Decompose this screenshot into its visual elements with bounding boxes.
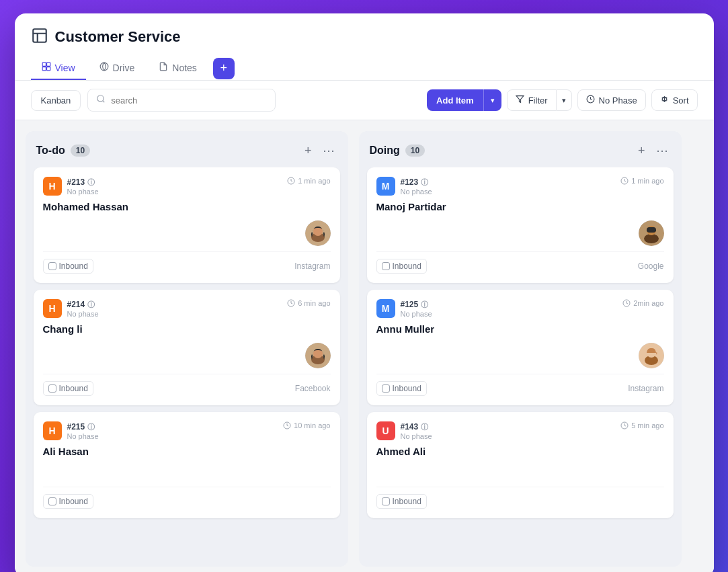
avatar-123: M [376,177,395,196]
search-input[interactable] [111,95,267,106]
card-214-time: 6 min ago [287,299,330,307]
tab-view[interactable]: View [31,56,86,80]
card-123-time: 1 min ago [620,177,663,185]
card-123[interactable]: M #123 ⓘ No phase [367,167,674,283]
card-125-name: Annu Muller [376,323,664,335]
avatar-213: H [43,177,62,196]
card-214-name: Chang li [43,323,331,335]
filter-icon [516,95,524,106]
add-tab-button[interactable]: + [213,58,235,79]
column-doing-menu-button[interactable]: ⋯ [653,142,671,159]
table-icon [31,27,48,47]
card-213-assignee [305,220,331,246]
svg-line-9 [103,101,105,103]
card-125-phase: No phase [401,310,432,318]
svg-point-8 [97,95,104,101]
phase-icon [586,95,595,106]
card-123-source: Google [638,261,664,271]
avatar-215: H [43,421,62,440]
column-todo-add-button[interactable]: + [302,142,315,159]
info-icon: ⓘ [421,177,428,188]
card-215-id: #215 ⓘ [67,422,99,432]
card-125-time: 2min ago [622,299,663,307]
card-214-tag: Inbound [43,381,93,396]
column-doing: Doing 10 + ⋯ M [359,131,682,567]
column-doing-title: Doing [370,145,400,157]
todo-cards-list: H #213 ⓘ No phase [26,167,348,529]
card-213-time: 1 min ago [287,177,330,185]
card-125-assignee [639,343,664,368]
svg-point-7 [100,63,108,71]
card-215-name: Ali Hasan [43,446,331,457]
add-item-chevron-icon: ▾ [484,91,501,110]
kanban-button[interactable]: Kanban [31,90,81,111]
tag-icon [382,384,390,393]
sort-icon [660,95,669,106]
card-143-id: #143 ⓘ [401,422,432,432]
drive-icon [99,62,109,73]
card-125-source: Instagram [628,384,663,393]
column-doing-count: 10 [405,145,425,157]
card-143-time: 5 min ago [620,421,663,430]
info-icon: ⓘ [87,422,95,432]
card-123-phase: No phase [401,188,432,196]
card-213[interactable]: H #213 ⓘ No phase [34,167,340,283]
card-213-tag: Inbound [43,259,93,274]
card-213-source: Instagram [294,261,330,271]
search-box [87,89,276,112]
card-215-phase: No phase [67,432,99,440]
filter-group: Filter ▾ [507,89,572,111]
svg-point-26 [644,234,659,243]
card-125[interactable]: M #125 ⓘ No phase [367,290,674,405]
tab-notes[interactable]: Notes [148,56,208,80]
column-todo-menu-button[interactable]: ⋯ [320,142,337,159]
no-phase-button[interactable]: No Phase [577,89,646,111]
svg-rect-3 [42,63,46,66]
card-215-time: 10 min ago [283,421,330,430]
card-213-id: #213 ⓘ [67,177,99,188]
card-214[interactable]: H #214 ⓘ No phase [34,290,340,405]
svg-rect-4 [46,63,50,66]
svg-rect-5 [42,67,46,71]
card-213-name: Mohamed Hassan [43,201,331,212]
doing-cards-list: M #123 ⓘ No phase [359,167,682,529]
card-143-name: Ahmed Ali [376,446,664,457]
svg-rect-6 [46,67,50,71]
card-125-tag: Inbound [376,381,427,396]
kanban-board: To-do 10 + ⋯ H [15,120,714,572]
tag-icon [382,497,390,505]
column-todo-count: 10 [71,145,90,157]
info-icon: ⓘ [87,177,95,188]
sort-button[interactable]: Sort [651,89,698,111]
column-doing-add-button[interactable]: + [635,142,648,159]
avatar-214: H [43,299,62,318]
tag-icon [48,497,56,505]
notes-icon [159,62,168,73]
card-143[interactable]: U #143 ⓘ No phase [367,412,674,518]
add-item-button[interactable]: Add Item ▾ [427,89,501,111]
card-215[interactable]: H #215 ⓘ No phase [34,412,340,518]
card-214-source: Facebook [295,384,331,393]
card-125-id: #125 ⓘ [401,300,432,310]
tag-icon [48,262,56,270]
filter-chevron-button[interactable]: ▾ [557,89,572,111]
search-icon [96,94,106,106]
svg-rect-0 [33,29,46,42]
card-123-assignee [639,220,664,246]
svg-marker-10 [516,96,524,103]
card-143-tag: Inbound [376,494,427,509]
column-todo: To-do 10 + ⋯ H [26,131,348,567]
card-214-assignee [305,343,331,368]
card-214-phase: No phase [67,310,99,318]
column-todo-title: To-do [36,145,65,157]
tag-icon [48,384,56,393]
tag-icon [382,262,390,270]
tab-drive[interactable]: Drive [89,56,146,80]
page-title: Customer Service [55,28,181,46]
info-icon: ⓘ [421,300,428,310]
filter-button[interactable]: Filter [507,89,557,111]
card-123-tag: Inbound [376,259,427,274]
card-215-tag: Inbound [43,494,93,509]
avatar-125: M [376,299,395,318]
avatar-143: U [376,421,395,440]
